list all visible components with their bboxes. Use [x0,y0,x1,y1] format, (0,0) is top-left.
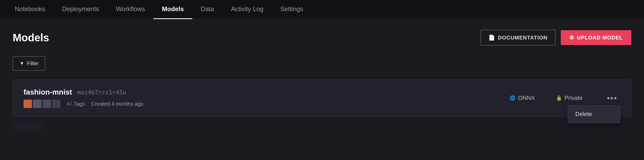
model-tags: 🏷 Tags [67,101,85,107]
model-left: fashion-mnist moz4b7rcx1r45u 🏷 Tags Crea… [24,88,143,108]
model-name-row: fashion-mnist moz4b7rcx1r45u [24,88,143,96]
globe-icon: 🌐 [510,95,515,101]
main-content: Models 📄 DOCUMENTATION ⚙ UPLOAD MODEL ▼ … [0,19,644,141]
filter-button[interactable]: ▼ Filter [13,56,45,71]
filter-label: Filter [27,60,39,66]
avatar-block-1 [24,100,32,108]
upload-icon: ⚙ [569,34,574,41]
model-format: 🌐 ONNX [510,95,535,101]
header-actions: 📄 DOCUMENTATION ⚙ UPLOAD MODEL [480,30,631,46]
model-right: 🌐 ONNX 🔒 Private ••• Delete [510,91,620,105]
filter-row: ▼ Filter [13,56,631,71]
documentation-label: DOCUMENTATION [498,35,548,41]
model-name: fashion-mnist [24,88,72,96]
more-options-button[interactable]: ••• [604,91,620,105]
tab-notebooks[interactable]: Notebooks [6,0,54,19]
documentation-button[interactable]: 📄 DOCUMENTATION [480,30,556,46]
tab-deployments[interactable]: Deployments [54,0,108,19]
tags-label: Tags [74,101,85,107]
model-meta-row: 🏷 Tags Created 4 months ago [24,100,143,108]
model-privacy: 🔒 Private [556,95,582,101]
more-menu-container: ••• Delete [604,91,620,105]
format-label: ONNX [518,95,535,101]
filter-icon: ▼ [20,61,24,66]
model-avatar-strip [24,100,60,108]
tab-models[interactable]: Models [153,0,192,19]
delete-option[interactable]: Delete [568,105,620,123]
doc-icon: 📄 [488,34,495,41]
privacy-label: Private [564,95,582,101]
lock-icon: 🔒 [556,95,562,101]
upload-model-button[interactable]: ⚙ UPLOAD MODEL [561,30,631,45]
dropdown-menu: Delete [568,105,620,123]
header-row: Models 📄 DOCUMENTATION ⚙ UPLOAD MODEL [13,30,631,46]
model-created: Created 4 months ago [91,101,143,107]
page-title: Models [13,32,49,44]
nav-bar: Notebooks Deployments Workflows Models D… [0,0,644,19]
avatar-block-3 [43,100,51,108]
tab-settings[interactable]: Settings [272,0,312,19]
partial-row-hint [13,122,44,130]
tab-activity-log[interactable]: Activity Log [222,0,272,19]
avatar-block-4 [52,100,60,108]
tab-data[interactable]: Data [192,0,223,19]
tag-icon: 🏷 [67,101,72,107]
model-card: fashion-mnist moz4b7rcx1r45u 🏷 Tags Crea… [13,79,631,117]
avatar-block-2 [33,100,41,108]
model-id: moz4b7rcx1r45u [77,89,126,96]
upload-label: UPLOAD MODEL [577,35,623,41]
tab-workflows[interactable]: Workflows [108,0,153,19]
